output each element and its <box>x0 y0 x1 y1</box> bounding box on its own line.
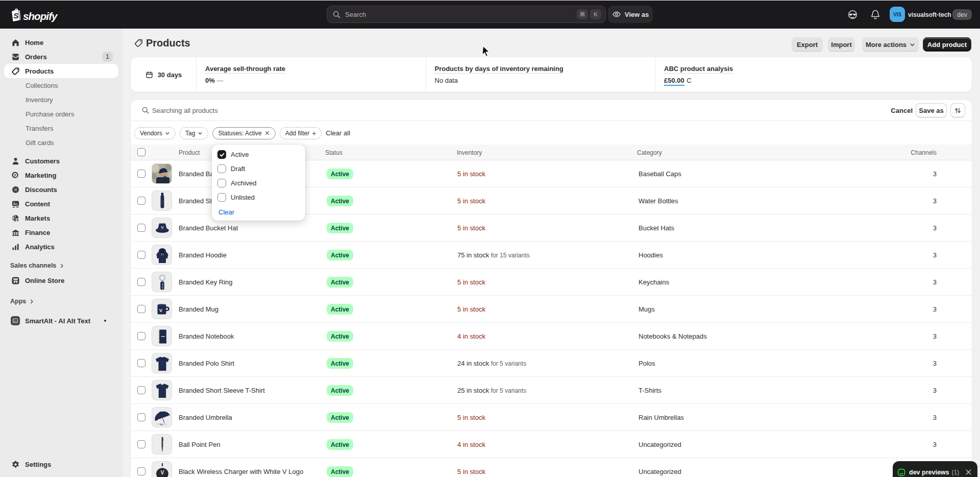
svg-text:VISUAL: VISUAL <box>162 283 164 290</box>
svg-text:$: $ <box>16 218 18 222</box>
svg-text:V: V <box>159 308 162 313</box>
svg-text:S: S <box>13 11 18 20</box>
svg-text:shopify: shopify <box>23 10 58 22</box>
svg-text:V: V <box>161 470 164 475</box>
svg-text:V: V <box>161 225 163 230</box>
